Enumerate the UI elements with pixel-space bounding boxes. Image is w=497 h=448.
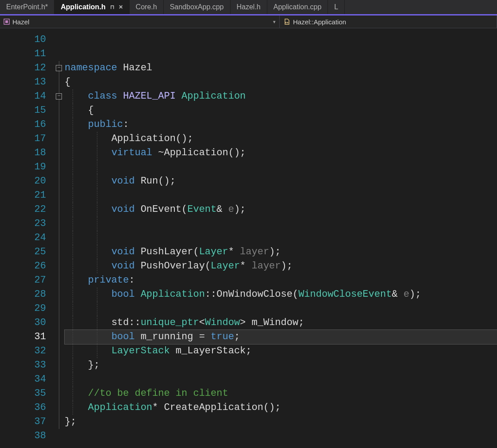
code-line[interactable]: [65, 33, 497, 47]
code-line[interactable]: [65, 372, 497, 387]
indent-guide: [73, 118, 73, 132]
indent-guide: [73, 188, 73, 203]
token-punc: >: [240, 317, 251, 328]
code-line[interactable]: void PushLayer(Layer* layer);: [65, 245, 497, 259]
code-line[interactable]: void PushOverlay(Layer* layer);: [65, 259, 497, 273]
fold-cell: [53, 188, 65, 203]
indent-guide: [73, 358, 73, 372]
pin-icon[interactable]: ⊓: [110, 4, 114, 10]
code-line[interactable]: void Run();: [65, 174, 497, 188]
code-line[interactable]: bool m_running = true;: [65, 330, 497, 344]
fold-cell: [53, 287, 65, 302]
code-line[interactable]: virtual ~Application();: [65, 146, 497, 160]
code-line[interactable]: [65, 47, 497, 61]
fold-toggle-icon[interactable]: −: [56, 65, 62, 71]
line-number: 16: [0, 118, 46, 132]
indent-guide: [73, 316, 73, 330]
code-line[interactable]: LayerStack m_LayerStack;: [65, 344, 497, 358]
token-punc: {: [65, 77, 70, 88]
line-number: 35: [0, 387, 46, 401]
token-punc: ;: [234, 331, 240, 342]
code-line[interactable]: [65, 188, 497, 203]
token-punc: );: [281, 260, 293, 272]
code-line[interactable]: [65, 160, 497, 174]
token-id: PushLayer: [141, 246, 193, 257]
token-type: unique_ptr: [141, 317, 199, 328]
code-line[interactable]: [65, 231, 497, 245]
code-line[interactable]: private:: [65, 273, 497, 287]
line-number: 20: [0, 174, 46, 188]
indent-guide: [97, 132, 97, 146]
fold-cell: [53, 302, 65, 316]
tab-label: L: [334, 3, 338, 11]
fold-cell[interactable]: −: [53, 61, 65, 75]
code-line[interactable]: //to be define in client: [65, 387, 497, 401]
indent-guide: [73, 401, 73, 415]
line-number: 31: [0, 330, 46, 344]
token-dim: e: [228, 204, 234, 215]
token-kw: private: [88, 275, 129, 286]
code-line[interactable]: {: [65, 103, 497, 118]
tab-label: Core.h: [136, 3, 157, 11]
code-line[interactable]: bool Application::OnWindowClose(WindowCl…: [65, 287, 497, 302]
code-line[interactable]: std::unique_ptr<Window> m_Window;: [65, 316, 497, 330]
tab-enterpoint-h-[interactable]: EnterPoint.h*: [0, 0, 54, 14]
code-area[interactable]: namespace Hazel{ class HAZEL_API Applica…: [65, 28, 497, 448]
tab-l[interactable]: L: [328, 0, 345, 14]
code-line[interactable]: [65, 217, 497, 231]
close-icon[interactable]: ✕: [119, 4, 123, 10]
code-line[interactable]: Application* CreateApplication();: [65, 401, 497, 415]
fold-cell: [53, 316, 65, 330]
code-line[interactable]: [65, 302, 497, 316]
code-line[interactable]: };: [65, 358, 497, 372]
code-line[interactable]: Application();: [65, 132, 497, 146]
tab-application-cpp[interactable]: Application.cpp: [267, 0, 328, 14]
token-kw: namespace: [65, 62, 117, 73]
scope-namespace-dropdown[interactable]: Hazel ▾: [0, 15, 280, 28]
token-kw: bool: [112, 331, 135, 342]
indent-guide: [97, 203, 97, 217]
fold-cell[interactable]: −: [53, 89, 65, 103]
token-punc: );: [409, 289, 421, 300]
fold-cell: [53, 132, 65, 146]
code-line[interactable]: class HAZEL_API Application: [65, 89, 497, 103]
line-number: 29: [0, 302, 46, 316]
tab-label: Application.h: [61, 3, 105, 11]
code-line[interactable]: {: [65, 75, 497, 89]
code-line[interactable]: public:: [65, 118, 497, 132]
token-punc: };: [88, 360, 100, 371]
line-number: 13: [0, 75, 46, 89]
token-punc: );: [269, 246, 281, 257]
tab-core-h[interactable]: Core.h: [130, 0, 164, 14]
indent-guide: [97, 287, 97, 302]
code-line[interactable]: void OnEvent(Event& e);: [65, 203, 497, 217]
code-line[interactable]: };: [65, 415, 497, 429]
indent-guide: [97, 302, 97, 316]
indent-guide: [73, 245, 73, 259]
code-line[interactable]: namespace Hazel: [65, 61, 497, 75]
line-number: 23: [0, 217, 46, 231]
token-punc: ();: [158, 176, 176, 187]
line-number: 11: [0, 47, 46, 61]
token-punc: ::: [205, 289, 216, 300]
code-line[interactable]: [65, 429, 497, 443]
tab-hazel-h[interactable]: Hazel.h: [231, 0, 267, 14]
token-type: Application: [88, 402, 152, 413]
token-kw: void: [112, 176, 135, 187]
tab-label: Application.cpp: [274, 3, 322, 11]
indent-guide: [97, 245, 97, 259]
indent-guide: [73, 217, 73, 231]
token-punc: ;: [298, 317, 304, 328]
tab-sandboxapp-cpp[interactable]: SandboxApp.cpp: [164, 0, 231, 14]
fold-cell: [53, 33, 65, 47]
token-dim: e: [404, 289, 409, 300]
fold-toggle-icon[interactable]: −: [56, 93, 62, 100]
scope-class-dropdown[interactable]: Hazel::Application: [280, 15, 497, 28]
tab-application-h[interactable]: Application.h⊓✕: [54, 0, 129, 14]
fold-column[interactable]: −−: [53, 28, 65, 448]
code-editor[interactable]: 1011121314151617181920212223242526272829…: [0, 28, 497, 448]
line-number: 26: [0, 259, 46, 273]
indent-guide: [73, 174, 73, 188]
indent-guide: [73, 103, 73, 118]
indent-guide: [73, 344, 73, 358]
